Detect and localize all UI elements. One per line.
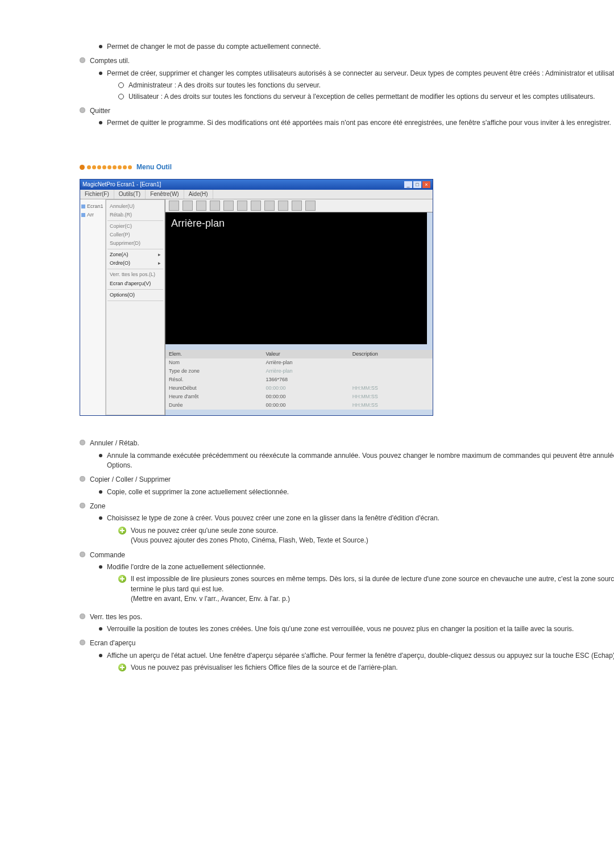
grey-bullet-icon [80, 57, 85, 63]
item-zone: Zone [80, 502, 614, 511]
disc-bullet-icon [99, 490, 102, 494]
circle-bullet-icon [118, 94, 124, 99]
item-verr-desc: Verrouille la position de toutes les zon… [99, 624, 614, 634]
toolbar-button[interactable] [305, 201, 316, 211]
disc-bullet-icon [99, 121, 102, 124]
disc-bullet-icon [99, 45, 102, 48]
item-ecran-apercu: Ecran d'aperçu [80, 639, 614, 648]
canvas-zone-label: Arrière-plan [165, 212, 433, 234]
menu-item-ordre[interactable]: Ordre(O)▸ [107, 259, 163, 268]
horizontal-scrollbar[interactable] [165, 344, 433, 350]
item-apercu-note: Vous ne pouvez pas prévisualiser les fic… [118, 663, 614, 673]
item-commande-desc: Modifie l'ordre de la zone actuellement … [99, 562, 614, 572]
minimize-button[interactable]: _ [404, 181, 412, 188]
toolbar-button[interactable] [182, 201, 193, 211]
plus-bullet-icon [118, 663, 126, 671]
item-change-password-desc: Permet de changer le mot de passe du com… [99, 42, 614, 52]
mnp-menubar: Fichier(F) Outils(T) Fenêtre(W) Aide(H) [80, 190, 433, 199]
item-comptes-util: Comptes util. [80, 56, 614, 66]
menu-item-apercu[interactable]: Ecran d'aperçu(V) [107, 279, 163, 288]
menu-item-supprimer[interactable]: Supprimer(D) [107, 239, 163, 248]
grey-bullet-icon [80, 476, 85, 482]
toolbar-button[interactable] [251, 201, 261, 211]
tree-node[interactable]: Arr [81, 211, 104, 219]
accent-dot-icon [128, 165, 132, 169]
mnp-tree[interactable]: Ecran1 Arr [80, 199, 106, 415]
disc-bullet-icon [99, 565, 102, 569]
circle-bullet-icon [118, 82, 124, 88]
item-commande: Commande [80, 550, 614, 560]
close-button[interactable]: × [422, 181, 430, 188]
menu-item-annuler[interactable]: Annuler(U) [107, 202, 163, 211]
top-menu-file-list: Permet de changer le mot de passe du com… [80, 42, 614, 128]
menu-item-zone[interactable]: Zone(A)▸ [107, 251, 163, 259]
accent-dot-icon [107, 165, 111, 169]
toolbar-button[interactable] [223, 201, 234, 211]
item-annuler-desc: Annule la commande exécutée précédemment… [99, 451, 614, 471]
mnp-canvas[interactable]: Arrière-plan [165, 212, 433, 344]
maximize-button[interactable]: □ [413, 181, 421, 188]
vertical-scrollbar[interactable] [427, 212, 433, 344]
item-zone-note: Vous ne pouvez créer qu'une seule zone s… [118, 526, 614, 546]
toolbar-button[interactable] [196, 201, 206, 211]
mnp-outils-dropdown: Annuler(U) Rétab.(R) Copier(C) Coller(P)… [106, 199, 165, 415]
disc-bullet-icon [99, 654, 102, 657]
grey-bullet-icon [80, 552, 85, 557]
menu-outil-doc-list: Annuler / Rétab. Annule la commande exéc… [80, 439, 614, 673]
menu-item-coller[interactable]: Coller(P) [107, 231, 163, 239]
plus-bullet-icon [118, 527, 126, 535]
disc-bullet-icon [99, 516, 102, 520]
menu-fenetre[interactable]: Fenêtre(W) [146, 190, 184, 199]
item-ccs-desc: Copie, colle et supprimer la zone actuel… [99, 487, 614, 497]
mnp-title-text: MagicNetPro Ecran1 - [Ecran1] [82, 181, 161, 189]
toolbar-button[interactable] [237, 201, 247, 211]
grey-bullet-icon [80, 107, 85, 113]
accent-dot-icon [113, 165, 117, 169]
grey-bullet-icon [80, 503, 85, 508]
menu-aide[interactable]: Aide(H) [184, 190, 213, 199]
mnp-statusbar [165, 410, 433, 415]
mnp-app-window: MagicNetPro Ecran1 - [Ecran1] _ □ × Fich… [80, 179, 433, 416]
item-quitter-desc: Permet de quitter le programme. Si des m… [99, 118, 614, 128]
item-verr-pos: Verr. ttes les pos. [80, 612, 614, 622]
mnp-properties-grid: Elem.ValeurDescription NomArrière-plan T… [165, 350, 433, 410]
accent-dot-icon [92, 165, 96, 169]
menu-item-copier[interactable]: Copier(C) [107, 222, 163, 231]
mnp-toolbar [165, 199, 433, 212]
toolbar-button[interactable] [210, 201, 220, 211]
toolbar-button[interactable] [292, 201, 302, 211]
item-commande-note: Il est impossible de lire plusieurs zone… [118, 574, 614, 604]
menu-fichier[interactable]: Fichier(F) [80, 190, 114, 199]
item-zone-desc: Choisissez le type de zone à créer. Vous… [99, 514, 614, 523]
submenu-arrow-icon: ▸ [158, 260, 161, 267]
disc-bullet-icon [99, 72, 102, 75]
disc-bullet-icon [99, 627, 102, 631]
disc-bullet-icon [99, 454, 102, 457]
item-quitter: Quitter [80, 106, 614, 116]
item-copier-coller-suppr: Copier / Coller / Supprimer [80, 475, 614, 485]
item-user-desc: Utilisateur : A des droits sur toutes le… [118, 92, 614, 102]
item-admin-desc: Administrateur : A des droits sur toutes… [118, 81, 614, 90]
accent-dot-icon [87, 165, 91, 169]
menu-outils[interactable]: Outils(T) [114, 190, 146, 199]
submenu-arrow-icon: ▸ [158, 251, 161, 258]
accent-dot-icon [97, 165, 101, 169]
toolbar-button[interactable] [169, 201, 179, 211]
toolbar-button[interactable] [278, 201, 288, 211]
accent-dot-icon [118, 165, 122, 169]
plus-bullet-icon [118, 575, 126, 583]
section-menu-outil: Menu Outil [80, 162, 614, 172]
tree-node[interactable]: Ecran1 [81, 203, 104, 210]
accent-dot-icon [80, 165, 85, 170]
menu-item-verr[interactable]: Verr. ttes les pos.(L) [107, 270, 163, 279]
grey-bullet-icon [80, 640, 85, 645]
grey-bullet-icon [80, 614, 85, 619]
item-annuler-retab: Annuler / Rétab. [80, 439, 614, 448]
item-comptes-desc: Permet de créer, supprimer et changer le… [99, 69, 614, 78]
grey-bullet-icon [80, 440, 85, 445]
item-apercu-desc: Affiche un aperçu de l'état actuel. Une … [99, 651, 614, 661]
menu-item-options[interactable]: Options(O) [107, 291, 163, 299]
mnp-titlebar[interactable]: MagicNetPro Ecran1 - [Ecran1] _ □ × [80, 180, 433, 190]
toolbar-button[interactable] [264, 201, 275, 211]
menu-item-retab[interactable]: Rétab.(R) [107, 211, 163, 219]
